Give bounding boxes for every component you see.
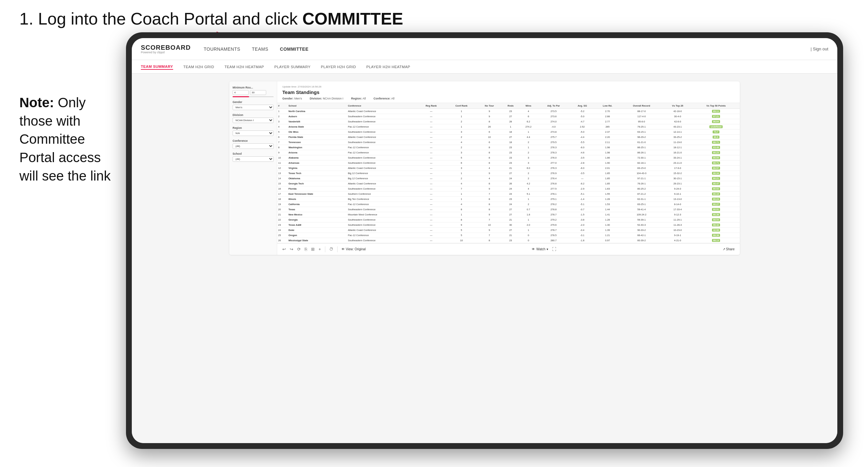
watch-chevron-icon: ▾ xyxy=(547,247,548,251)
cell-rnds: 23 xyxy=(502,109,520,114)
table-scroll-area[interactable]: # School Conference Reg Rank Conf Rank N… xyxy=(277,103,740,243)
cell-low-rd: 1.39 xyxy=(595,228,620,233)
cell-conference: Southeastern Conference xyxy=(347,129,417,135)
view-original-button[interactable]: 👁 View: Original xyxy=(341,247,366,251)
sub-nav-player-summary[interactable]: PLAYER SUMMARY xyxy=(274,64,310,69)
redo-icon[interactable]: ↪ xyxy=(290,247,293,252)
table-row: 20TexasSoutheastern Conference—88270.727… xyxy=(277,207,740,212)
cell-rnds: 27 xyxy=(502,228,520,233)
clock-icon[interactable]: ⏱ xyxy=(329,247,333,252)
cell-reg-rank: — xyxy=(417,150,446,155)
table-row: 12VirginiaAtlantic Coast Conference—3421… xyxy=(277,166,740,171)
cell-reg-rank: — xyxy=(417,176,446,181)
table-title: Team Standings xyxy=(282,90,735,95)
cell-rnds: 23 xyxy=(502,197,520,202)
cell-adj-par: 277.0 xyxy=(537,160,569,166)
cell-school: Auburn xyxy=(287,114,347,119)
cell-avg-sg: -4.6 xyxy=(570,150,595,155)
table-row: 11ArkansasSoutheastern Conference—682332… xyxy=(277,160,740,166)
cell-adj-par: 279.2 xyxy=(537,217,569,222)
refresh-icon[interactable]: ⟳ xyxy=(297,247,301,252)
cell-avg-sg: -4.7 xyxy=(570,119,595,124)
cell-school: Arizona xyxy=(287,150,347,155)
cell-wins: 4 xyxy=(520,186,537,191)
sub-nav-team-h2h-grid[interactable]: TEAM H2H GRID xyxy=(184,64,214,69)
share-button[interactable]: ↗ Share xyxy=(723,247,735,251)
plus-icon[interactable]: + xyxy=(318,247,321,252)
cell-school: Illinois xyxy=(287,197,347,202)
school-select[interactable]: (All) xyxy=(232,156,274,162)
cell-school: Georgia Tech xyxy=(287,181,347,186)
cell-conf-rank: 2 xyxy=(446,119,477,124)
cell-vs-top25: 17-9-0 xyxy=(663,166,692,171)
cell-rnds: 26 xyxy=(502,181,520,186)
cell-school: Washington xyxy=(287,145,347,150)
cell-reg-rank: — xyxy=(417,197,446,202)
cell-overall: 79-25-1 xyxy=(620,124,663,129)
min-rounds-max-input[interactable] xyxy=(250,90,266,95)
cell-overall: 76-26-1 xyxy=(620,181,663,186)
cell-overall: 80-25-2 xyxy=(620,186,663,191)
cell-low-rd: 1.90 xyxy=(595,160,620,166)
cell-overall: 88-17-0 xyxy=(620,109,663,114)
col-vs-top50: Vs Top 50 Points xyxy=(692,103,740,109)
cell-avg-sg: -3.8 xyxy=(570,217,595,222)
cell-conf-rank: 8 xyxy=(446,217,477,222)
cell-avg-sg: -2.8 xyxy=(570,160,595,166)
cell-vs-top25: 11-29-1 xyxy=(663,217,692,222)
cell-conf-rank: 10 xyxy=(446,238,477,243)
cell-vs-top25: 18-12-1 xyxy=(663,145,692,150)
table-row: 17East Tennessee StateSouthern Conferenc… xyxy=(277,191,740,197)
cell-adj-par: 278.1 xyxy=(537,191,569,197)
logo-area: SCOREBOARD Powered by clippd xyxy=(141,44,191,54)
cell-overall: 82-18-1 xyxy=(620,160,663,166)
col-school: School xyxy=(287,103,347,109)
table-row: 16FloridaSoutheastern Conference—7924427… xyxy=(277,186,740,191)
grid-icon[interactable]: ⊞ xyxy=(311,247,315,252)
cell-rank: 8 xyxy=(277,145,287,150)
cell-school: Tennessee xyxy=(287,140,347,145)
sub-nav-team-summary[interactable]: TEAM SUMMARY xyxy=(141,64,173,70)
cell-vs-top25: 29-23-1 xyxy=(663,181,692,186)
toolbar-sep2 xyxy=(337,246,338,252)
cell-conference: Southeastern Conference xyxy=(347,155,417,160)
cell-adj-par: 276.3 xyxy=(537,145,569,150)
sub-nav-player-h2h-heatmap[interactable]: PLAYER H2H HEATMAP xyxy=(366,64,410,69)
cell-wins: 6.0 xyxy=(520,166,537,171)
conference-select[interactable]: (All) xyxy=(232,144,274,149)
nav-committee[interactable]: COMMITTEE xyxy=(280,45,309,53)
division-select[interactable]: NCAA Division I xyxy=(232,118,274,123)
watch-button[interactable]: 👁 Watch ▾ xyxy=(532,247,548,251)
cell-avg-sg: -3.5 xyxy=(570,171,595,176)
min-rounds-min-input[interactable] xyxy=(232,90,249,95)
copy-icon[interactable]: ⎘ xyxy=(305,247,307,252)
nav-teams[interactable]: TEAMS xyxy=(252,45,269,53)
col-low-rd: Low Rd. xyxy=(595,103,620,109)
undo-icon[interactable]: ↩ xyxy=(282,247,286,252)
table-row: 24DukeAtlantic Coast Conference—59271278… xyxy=(277,228,740,233)
cell-rnds: 24 xyxy=(502,202,520,207)
sub-nav-team-h2h-heatmap[interactable]: TEAM H2H HEATMAP xyxy=(224,64,264,69)
sign-out-link[interactable]: | Sign out xyxy=(810,46,828,51)
min-rounds-slider[interactable] xyxy=(232,96,274,97)
cell-school: North Carolina xyxy=(287,109,347,114)
cell-reg-rank: — xyxy=(417,129,446,135)
nav-tournaments[interactable]: TOURNAMENTS xyxy=(204,45,240,53)
school-filter-label: School xyxy=(232,152,274,155)
cell-overall: 63-15-1 xyxy=(620,129,663,135)
cell-conf-rank: 1 xyxy=(446,212,477,217)
cell-vs-top25: 42-16-0 xyxy=(663,109,692,114)
cell-reg-rank: — xyxy=(417,233,446,238)
eye-icon: 👁 xyxy=(532,247,535,251)
cell-avg-sg: -1.4 xyxy=(570,197,595,202)
gender-select[interactable]: Men's xyxy=(232,105,274,110)
bottom-toolbar: ↩ ↪ ⟳ ⎘ ⊞ + ⏱ 👁 View: Original xyxy=(277,243,740,255)
region-select[interactable]: N/A xyxy=(232,130,274,136)
cell-rank: 5 xyxy=(277,129,287,135)
cell-no-tour: 7 xyxy=(477,233,502,238)
cell-conference: Pac-12 Conference xyxy=(347,150,417,155)
sub-nav-player-h2h-grid[interactable]: PLAYER H2H GRID xyxy=(321,64,356,69)
cell-conf-rank: 9 xyxy=(446,222,477,228)
expand-icon[interactable]: ⛶ xyxy=(552,247,556,252)
cell-school: Mississippi State xyxy=(287,238,347,243)
